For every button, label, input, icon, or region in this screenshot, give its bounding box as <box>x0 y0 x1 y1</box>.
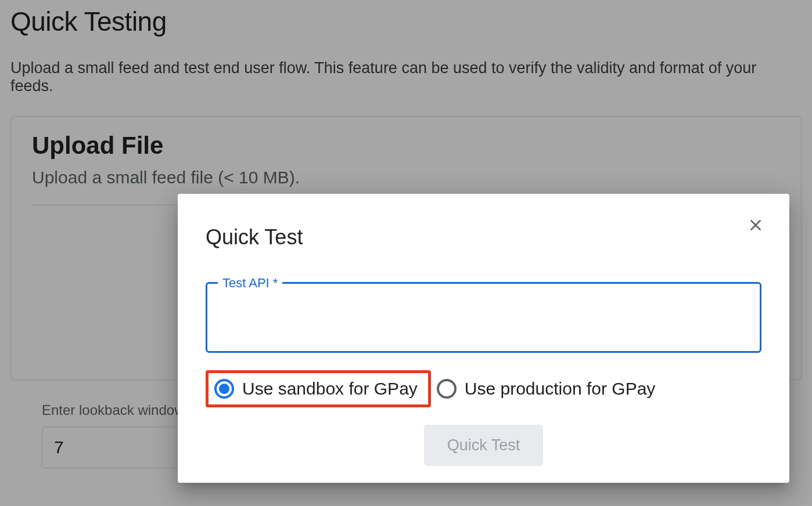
quick-test-button[interactable]: Quick Test <box>424 425 544 466</box>
radio-sandbox[interactable]: Use sandbox for GPay <box>206 370 431 407</box>
modal-header: Quick Test <box>206 222 761 250</box>
radio-production[interactable]: Use production for GPay <box>431 373 666 404</box>
test-api-field: Test API * <box>206 282 761 353</box>
close-icon <box>746 216 765 234</box>
radio-production-label: Use production for GPay <box>465 379 656 399</box>
test-api-input[interactable] <box>207 284 760 351</box>
test-api-outline: Test API * <box>206 282 761 353</box>
radio-sandbox-label: Use sandbox for GPay <box>242 379 418 399</box>
quick-test-modal: Quick Test Test API * Use sandbox for GP… <box>178 194 789 483</box>
test-api-label: Test API * <box>218 276 282 291</box>
close-button[interactable] <box>744 214 767 238</box>
radio-unselected-icon <box>437 379 457 399</box>
modal-actions: Quick Test <box>206 425 761 466</box>
radio-group: Use sandbox for GPay Use production for … <box>206 370 761 407</box>
radio-selected-icon <box>214 379 234 399</box>
modal-title: Quick Test <box>206 222 303 250</box>
